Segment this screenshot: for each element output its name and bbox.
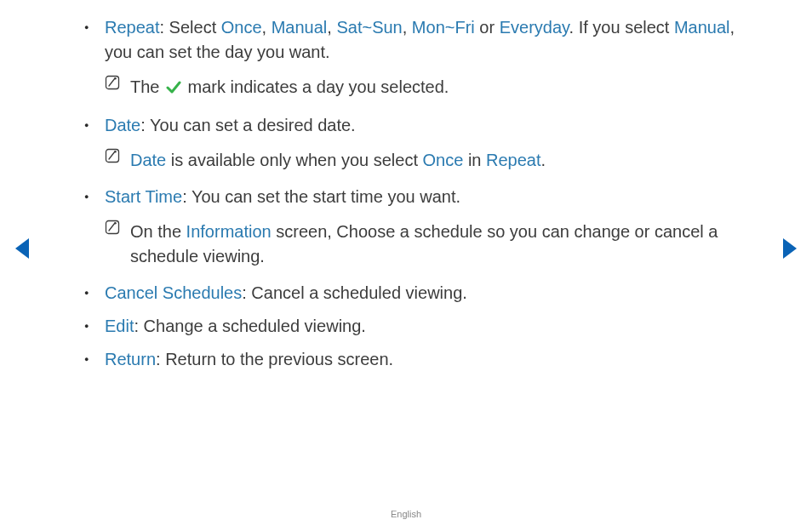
kw-edit: Edit: [105, 317, 134, 335]
kw-information: Information: [186, 222, 272, 241]
note-icon: [105, 75, 120, 90]
note-start: On the Information screen, Choose a sche…: [105, 214, 741, 272]
kw-cancel: Cancel Schedules: [105, 283, 242, 302]
text: . If you select: [569, 18, 674, 37]
svg-rect-0: [106, 77, 119, 89]
item-return: Return: Return to the previous screen.: [81, 347, 741, 380]
next-page-button[interactable]: [781, 237, 800, 260]
prev-page-button[interactable]: [12, 237, 31, 260]
kw-return: Return: [105, 350, 156, 368]
manual-page: { "bullets": { "repeat": { "label": "Rep…: [0, 0, 812, 531]
svg-point-3: [114, 151, 116, 152]
content-area: Repeat: Select Once, Manual, Sat~Sun, Mo…: [81, 15, 741, 380]
check-icon: [166, 77, 181, 101]
item-cancel-schedules: Cancel Schedules: Cancel a scheduled vie…: [81, 281, 741, 314]
kw-repeat-2: Repeat: [486, 151, 541, 169]
sep: ,: [403, 18, 412, 37]
note-text: On the: [130, 222, 186, 241]
note-icon: [105, 148, 120, 163]
kw-date: Date: [105, 116, 140, 134]
kw-once: Once: [221, 18, 262, 37]
text: : You can set the start time you want.: [182, 187, 460, 206]
note-text: in: [463, 151, 486, 169]
item-start-time: Start Time: You can set the start time y…: [81, 185, 741, 281]
note-text: The: [130, 77, 164, 96]
note-repeat: The mark indicates a day you selected.: [105, 70, 741, 105]
svg-point-5: [114, 222, 116, 224]
kw-start-time: Start Time: [105, 187, 182, 206]
svg-rect-4: [106, 221, 119, 234]
text: : Return to the previous screen.: [156, 350, 393, 368]
kw-everyday: Everyday: [500, 18, 569, 37]
text: : Cancel a scheduled viewing.: [242, 283, 467, 302]
item-date: Date: You can set a desired date. Date i…: [81, 113, 741, 185]
kw-satsun: Sat~Sun: [336, 18, 402, 37]
svg-rect-2: [106, 150, 119, 163]
sep: ,: [327, 18, 336, 37]
item-edit: Edit: Change a scheduled viewing.: [81, 314, 741, 347]
footer-language: English: [0, 509, 812, 519]
note-icon: [105, 220, 120, 235]
kw-manual-2: Manual: [674, 18, 730, 37]
note-text: is available only when you select: [166, 151, 422, 169]
kw-manual: Manual: [272, 18, 328, 37]
note-date: Date is available only when you select O…: [105, 143, 741, 176]
sep: or: [475, 18, 500, 37]
note-text: .: [541, 151, 546, 169]
kw-repeat: Repeat: [105, 18, 160, 37]
bullet-list: Repeat: Select Once, Manual, Sat~Sun, Mo…: [81, 15, 741, 380]
text: : Change a scheduled viewing.: [134, 317, 365, 335]
kw-date-2: Date: [130, 151, 166, 169]
note-text: mark indicates a day you selected.: [183, 77, 449, 96]
svg-point-1: [114, 77, 116, 79]
item-repeat: Repeat: Select Once, Manual, Sat~Sun, Mo…: [81, 15, 741, 113]
kw-monfri: Mon~Fri: [412, 18, 475, 37]
text: : Select: [160, 18, 221, 37]
kw-once-2: Once: [423, 151, 464, 169]
sep: ,: [262, 18, 272, 37]
text: : You can set a desired date.: [140, 116, 355, 134]
